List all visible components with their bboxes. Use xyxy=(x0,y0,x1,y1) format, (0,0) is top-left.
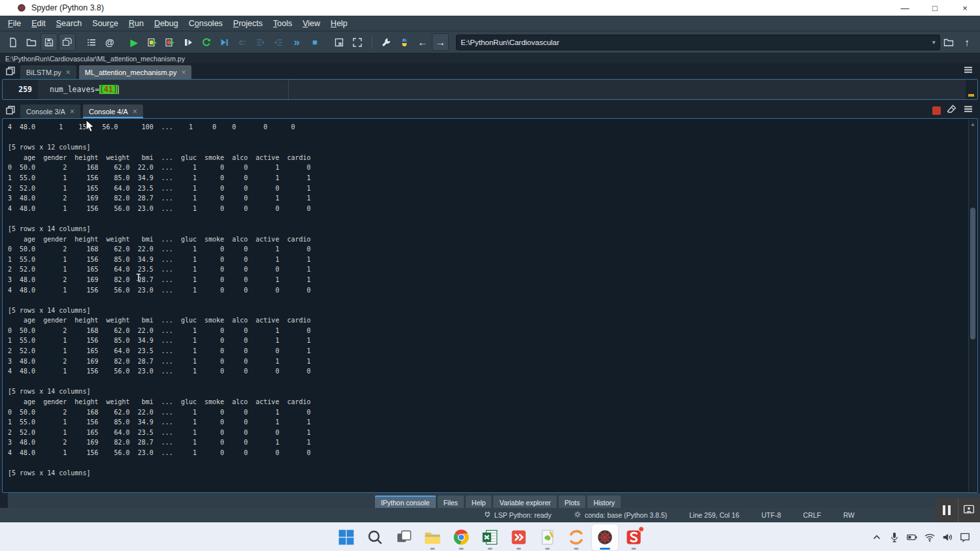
minimize-button[interactable]: — xyxy=(890,0,920,16)
editor-tab-bilstm-py[interactable]: BiLSTM.py× xyxy=(20,65,77,79)
snapshot-button[interactable] xyxy=(958,498,980,522)
menu-consoles[interactable]: Consoles xyxy=(184,17,228,30)
saveall-icon xyxy=(62,37,73,48)
pane-tab-variable-explorer[interactable]: Variable explorer xyxy=(493,496,557,508)
code-line[interactable]: num_leaves=[41] xyxy=(38,80,119,99)
fullscreen-button[interactable] xyxy=(349,33,366,51)
rerun-cell-button[interactable] xyxy=(198,33,215,51)
console-pane[interactable]: 4 48.0 1 156 56.0 100 ... 1 0 0 0 0 [5 r… xyxy=(2,118,978,493)
preferences-button[interactable] xyxy=(378,33,395,51)
console-options-menu-icon[interactable] xyxy=(963,104,973,117)
pane-tab-history[interactable]: History xyxy=(587,496,621,508)
taskbar-chrome[interactable] xyxy=(448,524,474,550)
console-tab-console-3-a[interactable]: Console 3/A× xyxy=(20,104,81,118)
step-into-button[interactable] xyxy=(252,33,269,51)
taskbar-file-explorer[interactable] xyxy=(419,524,446,550)
menu-file[interactable]: File xyxy=(3,17,26,30)
code-number: 41 xyxy=(104,85,113,94)
save-all-button[interactable] xyxy=(59,33,76,51)
menu-projects[interactable]: Projects xyxy=(228,17,268,30)
open-directory-button[interactable] xyxy=(941,33,958,51)
pane-tab-bar: IPython consoleFilesHelpVariable explore… xyxy=(8,493,980,508)
taskbar-red-arrows-app[interactable] xyxy=(506,524,532,550)
back-button[interactable]: ← xyxy=(414,33,431,51)
python-env-button[interactable] xyxy=(396,33,413,51)
editor-tab-ml-attention-mechanism-py[interactable]: ML_attention_mechanism.py× xyxy=(78,65,193,79)
editor-options-menu-icon[interactable] xyxy=(963,65,973,78)
find-symbols-button[interactable]: @ xyxy=(101,33,118,51)
console-scrollbar[interactable]: ▲ xyxy=(968,119,977,492)
run-selection-button[interactable] xyxy=(180,33,197,51)
debug-run-line-button[interactable]: c: xyxy=(234,33,251,51)
menu-source[interactable]: Source xyxy=(87,17,123,30)
taskbar-excel[interactable] xyxy=(477,524,503,550)
taskbar-spyder[interactable] xyxy=(592,524,618,550)
wifi-icon[interactable] xyxy=(924,531,936,543)
save-file-button[interactable] xyxy=(41,33,57,51)
scrollbar-up-icon[interactable]: ▲ xyxy=(969,119,977,127)
chevron-down-icon[interactable]: ▾ xyxy=(932,39,936,46)
eol-status: CRLF xyxy=(803,511,821,519)
console-output[interactable]: 4 48.0 1 156 56.0 100 ... 1 0 0 0 0 [5 r… xyxy=(3,119,977,479)
stepc-icon: c: xyxy=(239,39,246,46)
breadcrumb: E:\PythonRun\Cardiovascular\ML_attention… xyxy=(0,54,980,63)
taskbar-start[interactable] xyxy=(333,524,359,550)
pause-recording-button[interactable] xyxy=(936,498,958,522)
close-icon[interactable]: × xyxy=(181,68,186,77)
close-button[interactable]: × xyxy=(950,0,980,16)
editor-scrollbar[interactable] xyxy=(966,80,977,99)
outline-explorer-button[interactable] xyxy=(83,33,100,51)
pane-tab-plots[interactable]: Plots xyxy=(559,496,585,508)
go-up-button[interactable]: ↑ xyxy=(958,33,975,51)
taskbar-search[interactable] xyxy=(362,524,388,550)
taskbar-s-app[interactable] xyxy=(621,524,647,550)
menu-help[interactable]: Help xyxy=(325,17,353,30)
taskbar-task-view[interactable] xyxy=(391,524,417,550)
debug-continue-button[interactable]: » xyxy=(288,33,305,51)
new-file-button[interactable] xyxy=(5,33,22,51)
close-icon[interactable]: × xyxy=(133,107,137,116)
menu-tools[interactable]: Tools xyxy=(268,17,297,30)
microphone-icon[interactable] xyxy=(889,531,900,543)
stop-debug-button[interactable]: ■ xyxy=(306,33,323,51)
pane-tab-help[interactable]: Help xyxy=(466,496,492,508)
notepad-icon xyxy=(539,529,556,546)
menu-run[interactable]: Run xyxy=(123,17,149,30)
battery-icon[interactable] xyxy=(906,531,918,543)
notifications-icon[interactable] xyxy=(959,531,971,543)
run-cell-button[interactable] xyxy=(144,33,161,51)
menu-debug[interactable]: Debug xyxy=(149,17,184,30)
bracket-highlight: [41] xyxy=(99,85,118,94)
close-icon[interactable]: × xyxy=(66,68,71,77)
debug-file-button[interactable] xyxy=(216,33,233,51)
taskbar-orange-arcs-app[interactable] xyxy=(563,524,589,550)
working-directory-box: ▾ xyxy=(456,35,939,50)
clear-console-icon[interactable] xyxy=(947,104,957,117)
interrupt-kernel-button[interactable] xyxy=(932,106,941,115)
run-file-button[interactable]: ▶ xyxy=(125,33,142,51)
pane-tab-ipython-console[interactable]: IPython console xyxy=(375,496,436,508)
open-file-button[interactable] xyxy=(23,33,40,51)
volume-icon[interactable] xyxy=(941,531,953,543)
forward-button[interactable]: → xyxy=(432,33,449,51)
browse-console-tabs-icon[interactable] xyxy=(3,103,18,118)
pause-icon xyxy=(943,505,951,515)
maximize-pane-button[interactable] xyxy=(331,33,348,51)
working-directory-input[interactable] xyxy=(461,39,929,46)
menu-search[interactable]: Search xyxy=(51,17,88,30)
taskbar-notepad-plus-plus[interactable] xyxy=(534,524,561,550)
at-icon: @ xyxy=(105,38,114,47)
menu-edit[interactable]: Edit xyxy=(26,17,51,30)
pane-tab-files[interactable]: Files xyxy=(438,496,464,508)
step-return-button[interactable] xyxy=(270,33,287,51)
browse-tabs-icon[interactable] xyxy=(3,64,18,78)
page-icon xyxy=(8,37,18,48)
console-tab-console-4-a[interactable]: Console 4/A× xyxy=(82,104,144,118)
editor-pane[interactable]: 259 num_leaves=[41] xyxy=(2,79,978,100)
run-cell-advance-button[interactable] xyxy=(162,33,179,51)
menu-view[interactable]: View xyxy=(297,17,325,30)
scrollbar-thumb[interactable] xyxy=(970,208,975,339)
tray-expand-icon[interactable] xyxy=(871,531,883,543)
maximize-button[interactable]: □ xyxy=(920,0,950,16)
close-icon[interactable]: × xyxy=(70,107,74,116)
